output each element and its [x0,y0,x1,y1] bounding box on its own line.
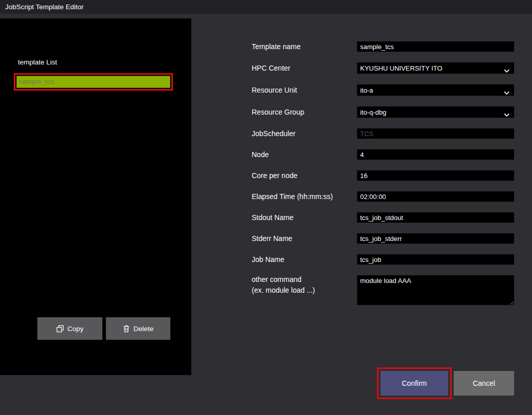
resource-group-select-wrap: ito-q-dbg [357,106,514,118]
resource-unit-label: Resource Unit [252,86,357,94]
stdout-name-field[interactable] [357,212,514,223]
title-bar: JobScript Template Editor [0,0,532,14]
form-row-resource-unit: Resource Unit ito-a [252,84,514,96]
other-command-label-line1: other command [252,275,301,283]
resource-unit-select-wrap: ito-a [357,84,514,96]
resource-group-select[interactable]: ito-q-dbg [357,106,514,118]
jobscheduler-label: JobScheduler [252,129,357,138]
trash-icon [123,325,130,333]
annotation-highlight-template-item: sample_tcs [14,73,173,91]
job-name-label: Job Name [252,255,357,264]
form-row-core-per-node: Core per node [252,170,514,181]
node-field[interactable] [357,149,514,160]
cancel-button[interactable]: Cancel [454,371,514,396]
form-row-elapsed-time: Elapsed Time (hh:mm:ss) [252,191,514,202]
other-command-textarea[interactable]: module load AAA [357,275,514,305]
form-row-stderr-name: Stderr Name [252,233,514,244]
resource-unit-select[interactable]: ito-a [357,84,514,96]
form-row-job-name: Job Name [252,254,514,265]
elapsed-time-label: Elapsed Time (hh:mm:ss) [252,192,357,201]
delete-button-label: Delete [134,325,153,333]
template-list-panel: template List sample_tcs Copy Delete [0,18,191,375]
template-list-item-selected[interactable]: sample_tcs [16,76,170,88]
hpc-center-select-wrap: KYUSHU UNIVERSITY ITO [357,62,514,74]
job-name-field[interactable] [357,254,514,265]
form-row-stdout-name: Stdout Name [252,212,514,223]
stderr-name-label: Stderr Name [252,234,357,243]
copy-button-label: Copy [68,325,84,333]
form-row-template-name: Template name [252,41,514,52]
jobscheduler-field [357,128,514,139]
other-command-label-line2: (ex. module load ...) [252,286,352,294]
other-command-label: other command (ex. module load ...) [252,275,357,294]
template-name-label: Template name [252,42,357,51]
elapsed-time-field[interactable] [357,191,514,202]
template-form: Template name HPC Center KYUSHU UNIVERSI… [252,41,514,316]
jobscript-template-editor: { "window": { "title": "JobScript Templa… [0,0,532,415]
template-name-field[interactable] [357,41,514,52]
annotation-highlight-confirm: Confirm [377,367,452,399]
page-title: JobScript Template Editor [5,3,84,11]
stderr-name-field[interactable] [357,233,514,244]
resource-group-label: Resource Group [252,108,357,116]
copy-button[interactable]: Copy [37,317,102,340]
stdout-name-label: Stdout Name [252,213,357,222]
form-row-node: Node [252,149,514,160]
confirm-button[interactable]: Confirm [381,371,448,396]
form-row-hpc-center: HPC Center KYUSHU UNIVERSITY ITO [252,62,514,74]
hpc-center-label: HPC Center [252,64,357,72]
template-list-heading: template List [18,58,57,66]
core-per-node-label: Core per node [252,171,357,180]
core-per-node-field[interactable] [357,170,514,181]
node-label: Node [252,150,357,159]
form-row-resource-group: Resource Group ito-q-dbg [252,106,514,118]
delete-button[interactable]: Delete [106,317,170,340]
copy-icon [56,325,64,333]
hpc-center-select[interactable]: KYUSHU UNIVERSITY ITO [357,62,514,74]
form-row-other-command: other command (ex. module load ...) modu… [252,275,514,305]
form-row-jobscheduler: JobScheduler [252,128,514,139]
